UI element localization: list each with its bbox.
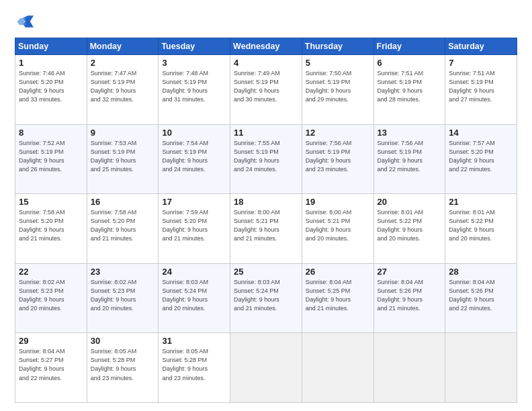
svg-marker-0 [23, 15, 34, 28]
day-info: Sunrise: 7:47 AM Sunset: 5:19 PM Dayligh… [91, 69, 155, 104]
calendar-table: Sunday Monday Tuesday Wednesday Thursday… [15, 38, 517, 403]
calendar-cell: 7Sunrise: 7:51 AM Sunset: 5:19 PM Daylig… [445, 55, 517, 125]
calendar-cell: 9Sunrise: 7:53 AM Sunset: 5:19 PM Daylig… [87, 124, 159, 194]
calendar-week-2: 8Sunrise: 7:52 AM Sunset: 5:19 PM Daylig… [15, 124, 517, 194]
day-info: Sunrise: 7:58 AM Sunset: 5:20 PM Dayligh… [19, 208, 83, 243]
calendar-cell [230, 333, 302, 403]
day-info: Sunrise: 8:03 AM Sunset: 5:24 PM Dayligh… [234, 278, 298, 313]
calendar-cell [302, 333, 373, 403]
calendar-cell: 23Sunrise: 8:02 AM Sunset: 5:23 PM Dayli… [87, 263, 159, 333]
calendar-cell: 30Sunrise: 8:05 AM Sunset: 5:28 PM Dayli… [87, 333, 159, 403]
day-number: 15 [19, 197, 83, 207]
svg-marker-1 [17, 18, 27, 26]
header [15, 12, 517, 31]
day-info: Sunrise: 7:58 AM Sunset: 5:20 PM Dayligh… [91, 208, 155, 243]
col-friday: Friday [373, 38, 445, 55]
calendar-cell: 15Sunrise: 7:58 AM Sunset: 5:20 PM Dayli… [15, 194, 87, 264]
calendar-week-3: 15Sunrise: 7:58 AM Sunset: 5:20 PM Dayli… [15, 194, 517, 264]
day-number: 7 [449, 58, 513, 68]
day-info: Sunrise: 7:46 AM Sunset: 5:20 PM Dayligh… [19, 69, 83, 104]
day-number: 30 [91, 336, 155, 346]
col-sunday: Sunday [15, 38, 87, 55]
day-info: Sunrise: 8:00 AM Sunset: 5:21 PM Dayligh… [306, 208, 370, 243]
day-info: Sunrise: 7:52 AM Sunset: 5:19 PM Dayligh… [19, 139, 83, 174]
calendar-cell: 21Sunrise: 8:01 AM Sunset: 5:22 PM Dayli… [445, 194, 517, 264]
calendar-cell: 22Sunrise: 8:02 AM Sunset: 5:23 PM Dayli… [15, 263, 87, 333]
col-monday: Monday [87, 38, 159, 55]
calendar-cell: 2Sunrise: 7:47 AM Sunset: 5:19 PM Daylig… [87, 55, 159, 125]
day-number: 27 [378, 267, 442, 277]
day-info: Sunrise: 8:04 AM Sunset: 5:26 PM Dayligh… [378, 278, 442, 313]
day-number: 3 [162, 58, 226, 68]
day-info: Sunrise: 7:59 AM Sunset: 5:20 PM Dayligh… [162, 208, 226, 243]
calendar-cell: 29Sunrise: 8:04 AM Sunset: 5:27 PM Dayli… [15, 333, 87, 403]
day-number: 9 [91, 128, 155, 138]
calendar-cell: 6Sunrise: 7:51 AM Sunset: 5:19 PM Daylig… [373, 55, 445, 125]
calendar-cell: 25Sunrise: 8:03 AM Sunset: 5:24 PM Dayli… [230, 263, 302, 333]
day-number: 19 [306, 197, 370, 207]
day-number: 13 [378, 128, 442, 138]
day-info: Sunrise: 8:05 AM Sunset: 5:28 PM Dayligh… [91, 347, 155, 382]
day-info: Sunrise: 7:48 AM Sunset: 5:19 PM Dayligh… [162, 69, 226, 104]
calendar-cell: 4Sunrise: 7:49 AM Sunset: 5:19 PM Daylig… [230, 55, 302, 125]
day-info: Sunrise: 8:02 AM Sunset: 5:23 PM Dayligh… [91, 278, 155, 313]
day-number: 1 [19, 58, 83, 68]
calendar-week-4: 22Sunrise: 8:02 AM Sunset: 5:23 PM Dayli… [15, 263, 517, 333]
day-number: 6 [378, 58, 442, 68]
day-info: Sunrise: 7:57 AM Sunset: 5:20 PM Dayligh… [449, 139, 513, 174]
day-info: Sunrise: 7:56 AM Sunset: 5:19 PM Dayligh… [378, 139, 442, 174]
calendar-cell: 17Sunrise: 7:59 AM Sunset: 5:20 PM Dayli… [159, 194, 230, 264]
calendar-cell: 31Sunrise: 8:05 AM Sunset: 5:28 PM Dayli… [159, 333, 230, 403]
col-wednesday: Wednesday [230, 38, 302, 55]
day-number: 31 [162, 336, 226, 346]
calendar-cell: 10Sunrise: 7:54 AM Sunset: 5:19 PM Dayli… [159, 124, 230, 194]
day-number: 25 [234, 267, 298, 277]
day-number: 14 [449, 128, 513, 138]
day-number: 20 [378, 197, 442, 207]
day-info: Sunrise: 8:01 AM Sunset: 5:22 PM Dayligh… [378, 208, 442, 243]
day-number: 2 [91, 58, 155, 68]
day-number: 10 [162, 128, 226, 138]
calendar-cell: 18Sunrise: 8:00 AM Sunset: 5:21 PM Dayli… [230, 194, 302, 264]
day-info: Sunrise: 8:04 AM Sunset: 5:26 PM Dayligh… [449, 278, 513, 313]
day-info: Sunrise: 8:03 AM Sunset: 5:24 PM Dayligh… [162, 278, 226, 313]
day-number: 24 [162, 267, 226, 277]
day-info: Sunrise: 8:00 AM Sunset: 5:21 PM Dayligh… [234, 208, 298, 243]
day-info: Sunrise: 7:49 AM Sunset: 5:19 PM Dayligh… [234, 69, 298, 104]
calendar-cell [445, 333, 517, 403]
logo [15, 12, 35, 31]
day-number: 29 [19, 336, 83, 346]
day-number: 23 [91, 267, 155, 277]
day-number: 17 [162, 197, 226, 207]
calendar-cell: 12Sunrise: 7:56 AM Sunset: 5:19 PM Dayli… [302, 124, 373, 194]
day-info: Sunrise: 8:04 AM Sunset: 5:27 PM Dayligh… [19, 347, 83, 382]
calendar-cell: 8Sunrise: 7:52 AM Sunset: 5:19 PM Daylig… [15, 124, 87, 194]
day-info: Sunrise: 7:54 AM Sunset: 5:19 PM Dayligh… [162, 139, 226, 174]
day-info: Sunrise: 7:56 AM Sunset: 5:19 PM Dayligh… [306, 139, 370, 174]
day-info: Sunrise: 8:05 AM Sunset: 5:28 PM Dayligh… [162, 347, 226, 382]
col-tuesday: Tuesday [159, 38, 230, 55]
day-number: 12 [306, 128, 370, 138]
day-info: Sunrise: 7:53 AM Sunset: 5:19 PM Dayligh… [91, 139, 155, 174]
calendar-cell: 1Sunrise: 7:46 AM Sunset: 5:20 PM Daylig… [15, 55, 87, 125]
calendar-cell: 11Sunrise: 7:55 AM Sunset: 5:19 PM Dayli… [230, 124, 302, 194]
col-thursday: Thursday [302, 38, 373, 55]
calendar-cell: 14Sunrise: 7:57 AM Sunset: 5:20 PM Dayli… [445, 124, 517, 194]
day-number: 4 [234, 58, 298, 68]
calendar-cell: 13Sunrise: 7:56 AM Sunset: 5:19 PM Dayli… [373, 124, 445, 194]
calendar-cell: 27Sunrise: 8:04 AM Sunset: 5:26 PM Dayli… [373, 263, 445, 333]
page: Sunday Monday Tuesday Wednesday Thursday… [0, 0, 532, 411]
day-info: Sunrise: 7:55 AM Sunset: 5:19 PM Dayligh… [234, 139, 298, 174]
calendar-cell: 19Sunrise: 8:00 AM Sunset: 5:21 PM Dayli… [302, 194, 373, 264]
day-info: Sunrise: 7:51 AM Sunset: 5:19 PM Dayligh… [378, 69, 442, 104]
day-number: 5 [306, 58, 370, 68]
day-number: 21 [449, 197, 513, 207]
day-number: 8 [19, 128, 83, 138]
calendar-cell: 20Sunrise: 8:01 AM Sunset: 5:22 PM Dayli… [373, 194, 445, 264]
day-number: 26 [306, 267, 370, 277]
day-number: 18 [234, 197, 298, 207]
calendar-cell: 3Sunrise: 7:48 AM Sunset: 5:19 PM Daylig… [159, 55, 230, 125]
calendar-week-5: 29Sunrise: 8:04 AM Sunset: 5:27 PM Dayli… [15, 333, 517, 403]
day-info: Sunrise: 8:04 AM Sunset: 5:25 PM Dayligh… [306, 278, 370, 313]
day-number: 16 [91, 197, 155, 207]
